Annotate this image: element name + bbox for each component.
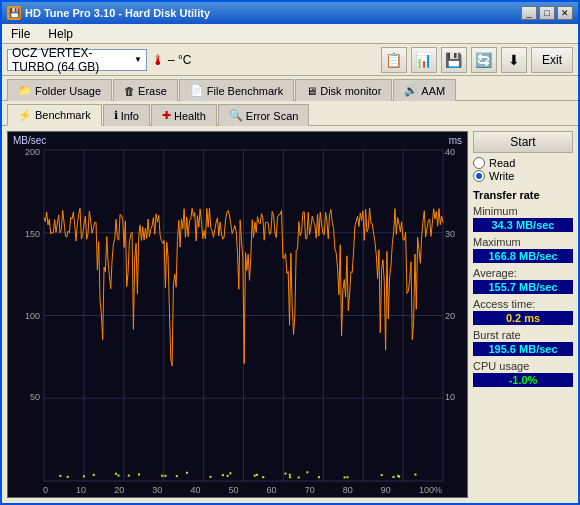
info-icon: ℹ xyxy=(114,109,118,122)
tab-info[interactable]: ℹ Info xyxy=(103,104,150,126)
minimum-value: 34.3 MB/sec xyxy=(473,218,573,232)
tabs-row2: ⚡ Benchmark ℹ Info ✚ Health 🔍 Error Scan xyxy=(2,101,578,126)
toolbar-btn-save[interactable]: 💾 xyxy=(441,47,467,73)
dropdown-arrow-icon: ▼ xyxy=(134,55,142,64)
toolbar: OCZ VERTEX-TURBO (64 GB) ▼ 🌡 – °C 📋 📊 💾 … xyxy=(2,44,578,76)
health-icon: ✚ xyxy=(162,109,171,122)
benchmark-chart: MB/sec ms 200 150 100 50 40 30 20 10 0 1 xyxy=(7,131,468,498)
write-radio-circle xyxy=(473,170,485,182)
minimum-block: Minimum 34.3 MB/sec xyxy=(473,205,573,232)
average-value: 155.7 MB/sec xyxy=(473,280,573,294)
cpu-usage-label: CPU usage xyxy=(473,360,573,372)
minimum-label: Minimum xyxy=(473,205,573,217)
chart-canvas xyxy=(8,132,468,498)
title-bar: 💾 HD Tune Pro 3.10 - Hard Disk Utility _… xyxy=(2,2,578,24)
right-panel: Start Read Write Transfer rate Minimum 3… xyxy=(473,131,573,498)
monitor-icon: 🖥 xyxy=(306,85,317,97)
cpu-usage-block: CPU usage -1.0% xyxy=(473,360,573,387)
minimize-button[interactable]: _ xyxy=(521,6,537,20)
read-label: Read xyxy=(489,157,515,169)
tabs-row1: 📁 Folder Usage 🗑 Erase 📄 File Benchmark … xyxy=(2,76,578,101)
access-time-block: Access time: 0.2 ms xyxy=(473,298,573,325)
window-title: HD Tune Pro 3.10 - Hard Disk Utility xyxy=(25,7,210,19)
title-bar-left: 💾 HD Tune Pro 3.10 - Hard Disk Utility xyxy=(7,6,210,20)
write-label: Write xyxy=(489,170,514,182)
temperature-value: – °C xyxy=(168,53,191,67)
drive-selector[interactable]: OCZ VERTEX-TURBO (64 GB) ▼ xyxy=(7,49,147,71)
transfer-rate-label: Transfer rate xyxy=(473,189,573,201)
tab-health[interactable]: ✚ Health xyxy=(151,104,217,126)
toolbar-btn-1[interactable]: 📋 xyxy=(381,47,407,73)
burst-rate-label: Burst rate xyxy=(473,329,573,341)
write-radio[interactable]: Write xyxy=(473,170,573,182)
start-button[interactable]: Start xyxy=(473,131,573,153)
main-window: 💾 HD Tune Pro 3.10 - Hard Disk Utility _… xyxy=(0,0,580,505)
folder-icon: 📁 xyxy=(18,84,32,97)
average-label: Average: xyxy=(473,267,573,279)
main-content: MB/sec ms 200 150 100 50 40 30 20 10 0 1 xyxy=(2,126,578,503)
menu-bar: File Help xyxy=(2,24,578,44)
tab-folder-usage[interactable]: 📁 Folder Usage xyxy=(7,79,112,101)
close-button[interactable]: ✕ xyxy=(557,6,573,20)
benchmark-icon: ⚡ xyxy=(18,109,32,122)
tab-error-scan[interactable]: 🔍 Error Scan xyxy=(218,104,310,126)
tab-benchmark[interactable]: ⚡ Benchmark xyxy=(7,104,102,126)
tab-aam[interactable]: 🔊 AAM xyxy=(393,79,456,101)
burst-rate-value: 195.6 MB/sec xyxy=(473,342,573,356)
maximize-button[interactable]: □ xyxy=(539,6,555,20)
read-radio-circle xyxy=(473,157,485,169)
mode-radio-group: Read Write xyxy=(473,157,573,182)
exit-button[interactable]: Exit xyxy=(531,47,573,73)
toolbar-btn-refresh[interactable]: 🔄 xyxy=(471,47,497,73)
access-time-value: 0.2 ms xyxy=(473,311,573,325)
cpu-usage-value: -1.0% xyxy=(473,373,573,387)
toolbar-btn-down[interactable]: ⬇ xyxy=(501,47,527,73)
access-time-label: Access time: xyxy=(473,298,573,310)
maximum-label: Maximum xyxy=(473,236,573,248)
tab-file-benchmark[interactable]: 📄 File Benchmark xyxy=(179,79,294,101)
menu-help[interactable]: Help xyxy=(44,26,77,42)
drive-name: OCZ VERTEX-TURBO (64 GB) xyxy=(12,46,134,74)
thermometer-icon: 🌡 xyxy=(151,52,165,68)
erase-icon: 🗑 xyxy=(124,85,135,97)
file-icon: 📄 xyxy=(190,84,204,97)
temperature-indicator: 🌡 – °C xyxy=(151,52,191,68)
maximum-value: 166.8 MB/sec xyxy=(473,249,573,263)
title-bar-controls: _ □ ✕ xyxy=(521,6,573,20)
menu-file[interactable]: File xyxy=(7,26,34,42)
maximum-block: Maximum 166.8 MB/sec xyxy=(473,236,573,263)
burst-rate-block: Burst rate 195.6 MB/sec xyxy=(473,329,573,356)
tab-erase[interactable]: 🗑 Erase xyxy=(113,79,178,101)
scan-icon: 🔍 xyxy=(229,109,243,122)
tab-disk-monitor[interactable]: 🖥 Disk monitor xyxy=(295,79,392,101)
app-icon: 💾 xyxy=(7,6,21,20)
average-block: Average: 155.7 MB/sec xyxy=(473,267,573,294)
toolbar-btn-2[interactable]: 📊 xyxy=(411,47,437,73)
read-radio[interactable]: Read xyxy=(473,157,573,169)
sound-icon: 🔊 xyxy=(404,84,418,97)
